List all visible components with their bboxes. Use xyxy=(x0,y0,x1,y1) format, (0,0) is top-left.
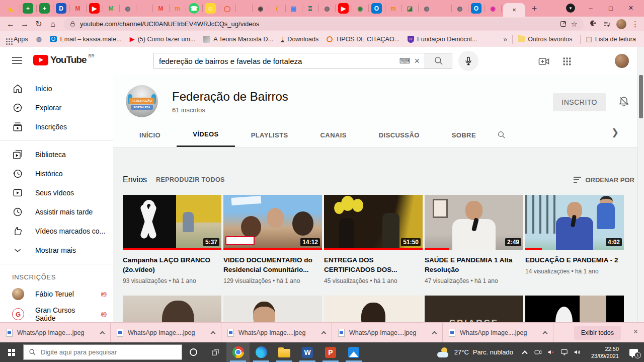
video-title[interactable]: ENTREGA DOS CERTIFICADOS DOS... xyxy=(324,255,423,274)
orange-ring-icon[interactable]: ◯ xyxy=(222,3,232,14)
crest-app-icon[interactable]: ♖ xyxy=(305,3,315,14)
video-thumbnail[interactable]: CRIARCE xyxy=(425,296,523,322)
extensions-icon[interactable] xyxy=(589,20,597,28)
taskbar-clock[interactable]: 22:50 23/09/2021 xyxy=(584,345,623,359)
web-globe-icon[interactable]: ◍ xyxy=(421,3,432,14)
bookmarks-overflow-icon[interactable]: » xyxy=(503,35,507,43)
youtube-icon[interactable]: ▶ xyxy=(89,3,100,14)
window-maximize-button[interactable]: □ xyxy=(601,0,621,16)
search-box[interactable]: ⌨ × xyxy=(153,53,425,69)
bookmark-item[interactable]: ↓Downloads xyxy=(281,36,318,43)
search-input[interactable] xyxy=(159,57,395,65)
bookmark-star-icon[interactable]: ☆ xyxy=(571,20,578,29)
moodle-icon[interactable]: m xyxy=(388,3,398,14)
chevron-up-icon[interactable] xyxy=(432,331,437,336)
video-thumbnail[interactable]: 5:37 xyxy=(123,195,221,250)
address-bar[interactable]: youtube.com/channel/UCf0ANUEIrbEV4WRJcCQ… xyxy=(63,18,584,30)
back-button[interactable]: ← xyxy=(4,18,17,31)
taskbar-search[interactable] xyxy=(23,344,182,360)
hamburger-menu-icon[interactable] xyxy=(12,57,22,64)
taskbar-app-photos[interactable] xyxy=(342,342,365,362)
window-close-button[interactable]: × xyxy=(621,0,641,16)
sidebar-item-mostrar-mais[interactable]: Mostrar mais xyxy=(0,241,113,260)
google-sheets-icon[interactable]: + xyxy=(23,3,33,14)
clear-search-icon[interactable]: × xyxy=(414,56,420,66)
video-thumbnail[interactable]: 2:49 xyxy=(425,195,523,250)
start-button[interactable] xyxy=(0,342,23,362)
taskbar-app-chrome[interactable] xyxy=(226,342,250,362)
page-scrollbar[interactable] xyxy=(637,47,644,322)
sidebar-item-explorar[interactable]: Explorar xyxy=(0,98,113,117)
google-drive-icon[interactable]: ◣ xyxy=(6,3,17,14)
video-thumbnail[interactable] xyxy=(525,296,624,322)
chevron-up-icon[interactable] xyxy=(211,331,216,336)
bookmark-item[interactable]: OEmail – kassia.mate... xyxy=(50,36,122,43)
volume-icon[interactable] xyxy=(571,342,584,362)
taskbar-search-input[interactable] xyxy=(41,348,177,356)
instagram-icon[interactable]: ◉ xyxy=(488,3,498,14)
video-card[interactable]: 14:12 VIDEO DOCUMENTARIO do Residencial … xyxy=(223,195,322,284)
other-favorites[interactable]: Outros favoritos xyxy=(518,36,572,43)
docs-app-icon[interactable]: D xyxy=(56,3,66,14)
download-item[interactable]: WhatsApp Image....jpeg xyxy=(221,323,332,342)
forward-button[interactable]: → xyxy=(18,18,31,31)
video-thumbnail[interactable]: 51:50 xyxy=(324,195,423,250)
video-card[interactable]: 4:02 EDUCAÇÃO E PANDEMIA - 2 14 visualiz… xyxy=(525,195,624,284)
sidebar-item-assistir-mais-tarde[interactable]: Assistir mais tarde xyxy=(0,202,113,222)
create-video-button[interactable] xyxy=(537,55,550,68)
subscribed-button[interactable]: INSCRITO xyxy=(553,93,606,111)
emoji-app-icon[interactable]: ☺ xyxy=(205,3,216,14)
sidebar-item-inicio[interactable]: Início xyxy=(0,79,113,98)
outlook-icon[interactable]: O xyxy=(371,3,382,14)
close-downloads-icon[interactable]: × xyxy=(633,328,638,336)
bookmark-item[interactable]: ▶(5) Como fazer um... xyxy=(130,36,196,43)
bookmark-item[interactable]: UFundação Demócrit... xyxy=(408,36,477,43)
tab-close-icon[interactable]: × xyxy=(512,6,516,14)
blue-app-icon[interactable]: ▣ xyxy=(288,3,299,14)
bookmark-apps[interactable]: Apps xyxy=(14,36,28,43)
sidebar-item-biblioteca[interactable]: Biblioteca xyxy=(0,145,113,164)
network-icon[interactable] xyxy=(557,342,571,362)
web-globe-icon[interactable]: ◍ xyxy=(321,3,332,14)
download-item[interactable]: WhatsApp Image....jpeg xyxy=(111,323,221,342)
window-minimize-button[interactable]: – xyxy=(581,0,601,16)
play-all-button[interactable]: REPRODUZIR TODOS xyxy=(156,176,225,183)
video-thumbnail[interactable] xyxy=(123,296,221,322)
whatsapp-icon[interactable]: ☎ xyxy=(189,3,199,14)
tabs-scroll-chevron-icon[interactable]: ❯ xyxy=(611,127,619,138)
voice-search-button[interactable] xyxy=(458,51,478,71)
playlist-extension-icon[interactable] xyxy=(602,20,611,29)
bookmark-item[interactable]: TIPOS DE CITAÇÃO... xyxy=(327,36,399,43)
tab-discussao[interactable]: DISCUSSÃO xyxy=(363,123,436,147)
gmail-icon[interactable]: M xyxy=(155,3,166,14)
active-tab[interactable]: × xyxy=(503,3,525,17)
tab-videos[interactable]: VÍDEOS xyxy=(177,123,235,147)
audio-muted-icon[interactable] xyxy=(544,342,557,362)
show-all-downloads-button[interactable]: Exibir todos xyxy=(574,326,621,340)
video-card[interactable]: 5:37 Campanha LAÇO BRANCO (2o.vídeo) 93 … xyxy=(123,195,221,284)
k-app-icon[interactable]: ⟨ xyxy=(272,3,282,14)
scrollbar-thumb[interactable] xyxy=(639,75,643,118)
account-avatar[interactable] xyxy=(615,54,629,68)
tab-inicio[interactable]: INÍCIO xyxy=(123,123,177,147)
open-in-icon[interactable] xyxy=(559,20,567,28)
task-view-button[interactable] xyxy=(204,342,226,362)
gray-ring-icon[interactable]: ◌ xyxy=(438,3,448,14)
bookmark-globe[interactable]: ◍ xyxy=(36,36,42,42)
moodle-icon[interactable]: m xyxy=(172,3,183,14)
reload-button[interactable]: ↻ xyxy=(32,18,45,31)
tab-playlists[interactable]: PLAYLISTS xyxy=(235,123,304,147)
cortana-button[interactable] xyxy=(182,342,204,362)
menu-kebab-icon[interactable]: ⋮ xyxy=(631,20,639,29)
brazil-app-icon[interactable]: ◪ xyxy=(405,3,415,14)
keyboard-icon[interactable]: ⌨ xyxy=(399,56,411,65)
video-title[interactable]: SAÚDE E PANDEMIA 1 Alta Resolução xyxy=(425,255,523,274)
video-thumbnail[interactable]: criarce xyxy=(324,296,423,322)
taskbar-app-word[interactable]: W xyxy=(296,342,319,362)
video-card[interactable]: 2:49 SAÚDE E PANDEMIA 1 Alta Resolução 4… xyxy=(425,195,523,284)
taskbar-app-edge[interactable] xyxy=(250,342,273,362)
video-card[interactable]: 51:50 ENTREGA DOS CERTIFICADOS DOS... 45… xyxy=(324,195,423,284)
video-thumbnail[interactable]: 14:12 xyxy=(223,195,322,250)
taskbar-weather[interactable]: 27°C Parc. nublado xyxy=(432,347,518,357)
google-sheets-icon[interactable]: + xyxy=(39,3,50,14)
